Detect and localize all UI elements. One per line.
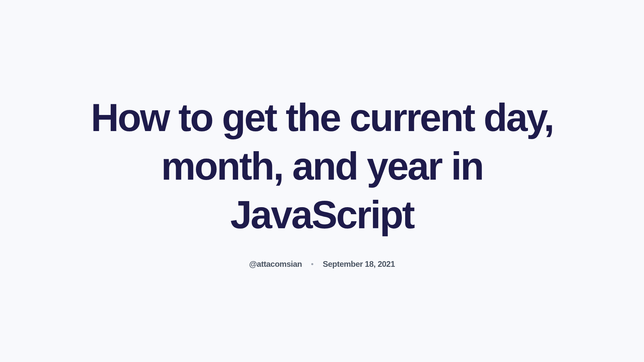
article-header: How to get the current day, month, and y… [87, 94, 557, 269]
author-handle: @attacomsian [249, 259, 302, 269]
article-title: How to get the current day, month, and y… [87, 94, 557, 239]
publish-date: September 18, 2021 [323, 259, 395, 269]
article-meta: @attacomsian September 18, 2021 [249, 259, 395, 269]
meta-separator [311, 263, 313, 265]
